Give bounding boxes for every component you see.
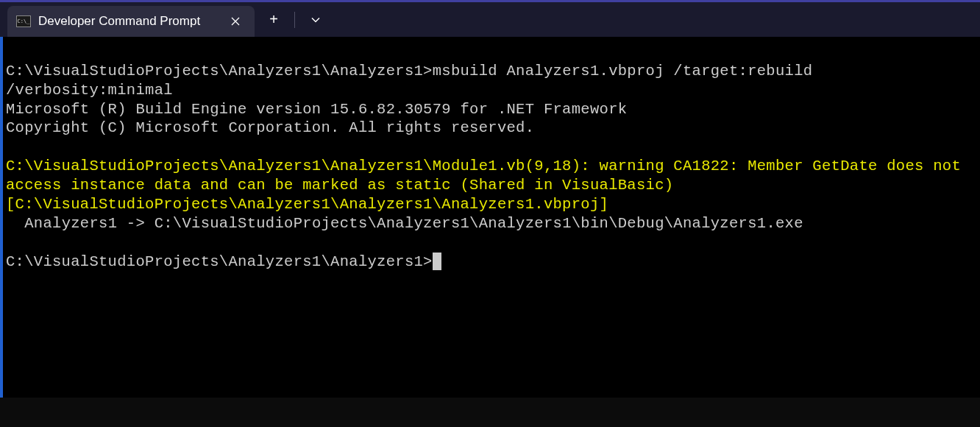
tab-dropdown-button[interactable] — [305, 10, 326, 30]
prompt-line-2: C:\VisualStudioProjects\Analyzers1\Analy… — [6, 253, 433, 270]
prompt-line-1: C:\VisualStudioProjects\Analyzers1\Analy… — [6, 63, 822, 99]
cursor — [433, 253, 441, 270]
divider — [294, 12, 295, 28]
tab-title: Developer Command Prompt — [38, 14, 200, 29]
tab-area: C:\_ Developer Command Prompt + — [7, 2, 980, 37]
output-line: Analyzers1 -> C:\VisualStudioProjects\An… — [6, 214, 977, 233]
build-engine-line: Microsoft (R) Build Engine version 15.6.… — [6, 100, 977, 119]
new-tab-button[interactable]: + — [263, 10, 284, 30]
titlebar: C:\_ Developer Command Prompt + — [0, 0, 980, 37]
copyright-line: Copyright (C) Microsoft Corporation. All… — [6, 119, 977, 138]
terminal-icon: C:\_ — [16, 15, 31, 27]
titlebar-buttons: + — [255, 2, 335, 37]
active-tab[interactable]: C:\_ Developer Command Prompt — [7, 6, 255, 37]
warning-line: C:\VisualStudioProjects\Analyzers1\Analy… — [6, 157, 977, 214]
terminal-output[interactable]: C:\VisualStudioProjects\Analyzers1\Analy… — [0, 37, 980, 398]
close-tab-icon[interactable] — [228, 14, 243, 29]
bottom-area — [0, 398, 980, 427]
